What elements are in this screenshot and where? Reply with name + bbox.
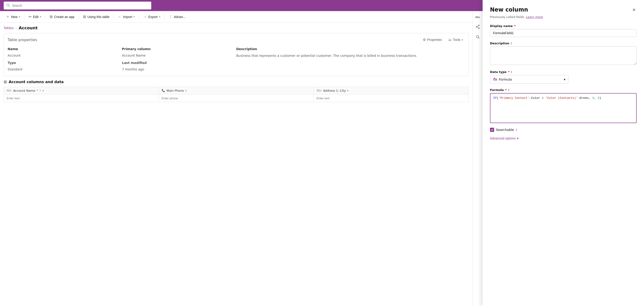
advanced-options-button[interactable]: Advanced options ▾ (490, 136, 518, 140)
table-icon: ⊞ (83, 15, 86, 19)
display-name-group: Display name * (490, 24, 636, 37)
props-row2-primary-val: 7 months ago (122, 67, 236, 72)
section-header: ⊞ Account columns and data (4, 80, 469, 84)
search-bar[interactable] (4, 2, 151, 10)
close-icon: ✕ (632, 8, 636, 12)
divider-1 (24, 14, 24, 20)
using-this-table-button[interactable]: ⊞ Using this table (81, 13, 112, 20)
breadcrumb-parent[interactable]: Tables (4, 26, 14, 30)
col2-type-icon: 📞 (162, 89, 165, 92)
props-row2-primary-label: Last modified (122, 60, 236, 66)
abc-icon: Abc (475, 16, 480, 19)
new-button[interactable]: ＋ New ▾ (4, 13, 22, 21)
col3-cell (314, 94, 469, 102)
description-label-text: Description (490, 42, 509, 45)
share-icon-btn[interactable] (474, 23, 482, 31)
import-chevron-icon: ▾ (134, 16, 135, 18)
svg-line-5 (477, 26, 478, 27)
col2-input[interactable] (162, 97, 311, 100)
data-table: Abc Account Name * ↑ ▾ 📞 Main Phone (4, 87, 469, 102)
col1-required-star: * (36, 89, 38, 92)
export-label: Export (148, 15, 158, 19)
advanced-button[interactable]: ⋮ Advan... (166, 13, 188, 20)
searchable-row: Searchable ℹ (490, 128, 636, 132)
col1-type-icon: Abc (7, 89, 12, 92)
data-type-value: Formula (499, 78, 512, 81)
props-row1-desc: Business that represents a customer or p… (236, 53, 465, 59)
table-head: Abc Account Name * ↑ ▾ 📞 Main Phone (4, 87, 469, 94)
export-icon: → (143, 15, 147, 19)
new-label: New (11, 15, 18, 19)
columns-section: ⊞ Account columns and data Abc Account N… (4, 80, 469, 102)
plus-icon: ＋ (6, 14, 10, 19)
col3-filter-icon[interactable]: ▾ (347, 89, 348, 92)
col1-sort-icon[interactable]: ↑ (39, 89, 41, 92)
col1-input[interactable] (7, 97, 156, 100)
breadcrumb: Tables › Account (0, 23, 472, 33)
export-chevron-icon: ▾ (159, 16, 160, 18)
panel-header: New column ✕ (490, 7, 636, 13)
edit-label: Edit (33, 15, 38, 19)
panel-title: New column (490, 7, 528, 13)
description-group: Description ℹ (490, 42, 636, 66)
create-app-label: Create an app (54, 15, 74, 19)
table-body (4, 94, 469, 102)
abc-icon-btn[interactable]: Abc (474, 13, 482, 21)
data-type-info-icon: ℹ (511, 70, 512, 74)
using-this-table-label: Using this table (88, 15, 110, 19)
data-type-select[interactable]: fx Formula ▾ (490, 75, 568, 84)
tools-button[interactable]: 🗂 Tools ▾ (446, 37, 465, 43)
svg-line-6 (477, 27, 478, 28)
left-panel: Tables › Account Table properties ⚙ Prop… (0, 23, 472, 306)
main-content: Table properties ⚙ Properties 🗂 Tools ▾ … (0, 33, 472, 306)
table-header-row: Abc Account Name * ↑ ▾ 📞 Main Phone (4, 87, 469, 94)
close-button[interactable]: ✕ (631, 7, 636, 13)
card-actions: ⚙ Properties 🗂 Tools ▾ (421, 37, 465, 43)
formula-box[interactable]: If('Primary Contact'.Color = 'Color (Con… (490, 93, 636, 123)
col1-header-label: Account Name (13, 89, 35, 92)
display-name-input[interactable] (490, 29, 636, 37)
svg-point-3 (476, 26, 477, 27)
properties-button[interactable]: ⚙ Properties (421, 37, 444, 43)
props-col1-header: Name (8, 46, 122, 52)
props-row2-spacer (236, 60, 465, 66)
advanced-label: Advan... (174, 15, 186, 19)
svg-line-1 (9, 6, 10, 7)
create-app-button[interactable]: ⊞ Create an app (47, 13, 77, 20)
formula-group: Formula * ℹ If('Primary Contact'.Color =… (490, 88, 636, 123)
data-type-label-text: Data type (490, 70, 506, 74)
properties-label: Properties (427, 38, 442, 42)
import-button[interactable]: ← Import ▾ (116, 13, 137, 20)
learn-more-link[interactable]: Learn more (526, 15, 543, 19)
props-row2-label: Type (8, 60, 122, 66)
col2-header-label: Main Phone (166, 89, 184, 92)
col1-filter-icon[interactable]: ▾ (42, 89, 44, 92)
searchable-label: Searchable (496, 128, 514, 132)
card-header: Table properties ⚙ Properties 🗂 Tools ▾ (8, 37, 465, 43)
searchable-checkbox[interactable] (490, 128, 494, 132)
edit-button[interactable]: ✏ Edit ▾ (26, 13, 43, 20)
panel-subtitle: Previously called fields. Learn more (490, 15, 636, 19)
breadcrumb-current: Account (19, 25, 38, 30)
search-filter-icon-btn[interactable] (474, 33, 482, 42)
col1-cell (4, 94, 159, 102)
props-row2-val: Standard (8, 67, 122, 72)
display-name-label: Display name * (490, 24, 636, 28)
tools-label: Tools (453, 38, 460, 42)
edit-icon: ✏ (28, 15, 32, 19)
search-input[interactable] (12, 4, 148, 8)
description-label: Description ℹ (490, 42, 636, 45)
right-panel: New column ✕ Previously called fields. L… (482, 0, 644, 306)
formula-label: Formula * ℹ (490, 88, 636, 92)
data-type-required: * (508, 70, 510, 74)
divider-4 (114, 14, 114, 20)
formula-label-text: Formula (490, 88, 504, 92)
description-textarea[interactable] (490, 46, 636, 65)
col3-input[interactable] (316, 97, 466, 100)
tools-icon: 🗂 (448, 38, 452, 42)
col2-filter-icon[interactable]: ▾ (185, 89, 186, 92)
export-button[interactable]: → Export ▾ (141, 13, 162, 20)
new-chevron-icon: ▾ (19, 16, 20, 18)
props-col3-header: Description (236, 46, 465, 52)
svg-line-8 (478, 38, 479, 39)
